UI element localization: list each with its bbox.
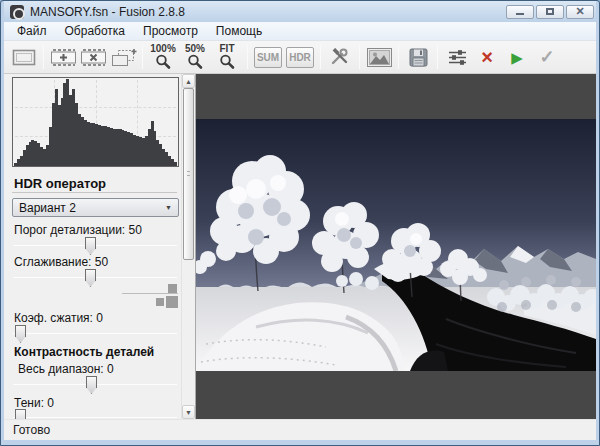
slider-thumb[interactable] — [85, 269, 96, 287]
scroll-up-button[interactable]: ▲ — [182, 74, 195, 88]
titlebar: MANSORY.fsn - Fusion 2.8.8 ✕ — [4, 1, 596, 22]
menu-help[interactable]: Помощь — [207, 23, 271, 39]
hdr-operator-heading: HDR оператор — [14, 176, 106, 191]
run-button[interactable]: ▶ — [503, 43, 531, 71]
zoom-100-button[interactable]: 100% — [148, 42, 178, 72]
divider — [12, 192, 177, 193]
film-cross-icon — [80, 48, 107, 67]
toolbar-separator — [398, 45, 399, 69]
detail-threshold-slider[interactable] — [13, 236, 177, 256]
toolbar-separator — [437, 45, 438, 69]
image-viewport[interactable] — [196, 74, 596, 419]
zoom-100-label: 100% — [150, 44, 176, 54]
app-icon — [10, 5, 24, 19]
tools-button[interactable] — [326, 43, 354, 71]
check-icon: ✓ — [539, 48, 554, 66]
slider-thumb[interactable] — [15, 325, 26, 343]
status-text: Готово — [13, 423, 50, 437]
slider-track — [13, 333, 177, 334]
chevron-down-icon: ▼ — [165, 204, 172, 211]
detail-size-widget-square[interactable] — [168, 284, 177, 293]
magnifier-icon — [187, 54, 204, 70]
arrow-down-icon: ▼ — [185, 409, 192, 416]
maximize-button[interactable] — [536, 5, 564, 19]
save-button[interactable] — [404, 43, 432, 71]
smoothing-label: Сглаживание: 50 — [14, 255, 108, 269]
full-range-slider[interactable] — [13, 375, 177, 395]
magnifier-icon — [219, 54, 236, 70]
toolbar-separator — [43, 45, 44, 69]
toolbar-separator — [247, 45, 248, 69]
zoom-50-button[interactable]: 50% — [180, 42, 210, 72]
cancel-x-icon: × — [481, 47, 493, 67]
film-plus-icon — [50, 48, 77, 67]
detail-size-widget-line — [122, 293, 178, 294]
close-icon: ✕ — [575, 6, 584, 17]
save-icon — [409, 48, 428, 67]
toolbar-separator — [320, 45, 321, 69]
minimize-button[interactable] — [506, 5, 534, 19]
close-button[interactable]: ✕ — [566, 5, 594, 19]
window-title: MANSORY.fsn - Fusion 2.8.8 — [30, 5, 185, 19]
menu-view[interactable]: Просмотр — [134, 23, 207, 39]
image-button[interactable] — [365, 43, 393, 71]
sum-mode-button[interactable]: SUM — [254, 47, 282, 68]
remove-frame-button[interactable] — [79, 43, 107, 71]
menu-processing[interactable]: Обработка — [56, 23, 135, 39]
play-icon: ▶ — [511, 50, 523, 65]
zoom-fit-label: FIT — [220, 44, 235, 54]
scrollbar-grip — [187, 171, 190, 176]
histogram-bars — [14, 79, 177, 166]
slider-track — [13, 417, 177, 418]
operator-select-value: Вариант 2 — [19, 201, 76, 215]
compression-slider[interactable] — [13, 324, 177, 344]
app-window: MANSORY.fsn - Fusion 2.8.8 ✕ Файл Обрабо… — [0, 0, 600, 446]
panel-scrollbar[interactable]: ▲ ▼ — [181, 74, 195, 419]
slider-thumb[interactable] — [86, 376, 97, 394]
detail-size-widget-square[interactable] — [166, 296, 178, 308]
scroll-down-button[interactable]: ▼ — [182, 405, 195, 419]
zoom-fit-button[interactable]: FIT — [212, 42, 242, 72]
toolbar-separator — [142, 45, 143, 69]
apply-button[interactable]: ✓ — [533, 43, 561, 71]
maximize-icon — [546, 8, 554, 15]
smoothing-slider[interactable] — [13, 268, 177, 288]
detail-contrast-heading: Контрастность деталей — [14, 345, 154, 359]
magnifier-icon — [155, 54, 172, 70]
frame-icon — [12, 49, 36, 66]
hdr-mode-button[interactable]: HDR — [286, 47, 314, 68]
settings-panel: HDR оператор Вариант 2 ▼ Порог детализац… — [4, 74, 196, 419]
detail-threshold-label: Порог детализации: 50 — [14, 223, 142, 237]
settings-sliders-button[interactable] — [443, 43, 471, 71]
frame-tool-button[interactable] — [10, 43, 38, 71]
slider-thumb[interactable] — [85, 237, 96, 255]
slider-thumb[interactable] — [15, 409, 26, 419]
full-range-label: Весь диапазон: 0 — [18, 362, 114, 376]
add-frame-button[interactable] — [49, 43, 77, 71]
operator-select[interactable]: Вариант 2 ▼ — [12, 198, 179, 217]
toolbar: 100% 50% FIT SUM — [4, 41, 596, 74]
scrollbar-thumb[interactable] — [183, 88, 194, 260]
shadows-slider[interactable] — [13, 408, 177, 419]
toolbar-separator — [359, 45, 360, 69]
align-stack-button[interactable] — [109, 43, 137, 71]
histogram — [12, 77, 179, 167]
cancel-button[interactable]: × — [473, 43, 501, 71]
arrow-up-icon: ▲ — [185, 78, 192, 85]
detail-size-widget-square[interactable] — [156, 298, 164, 306]
tools-icon — [329, 48, 351, 66]
menubar: Файл Обработка Просмотр Помощь — [4, 22, 596, 41]
menu-file[interactable]: Файл — [8, 23, 56, 39]
sliders-icon — [447, 48, 468, 67]
zoom-50-label: 50% — [185, 44, 205, 54]
photo-canvas — [196, 119, 596, 371]
minimize-icon — [516, 13, 524, 15]
statusbar: Готово — [4, 419, 596, 440]
stack-plus-icon — [109, 47, 137, 67]
image-icon — [367, 48, 392, 67]
compression-label: Коэф. сжатия: 0 — [14, 311, 103, 325]
